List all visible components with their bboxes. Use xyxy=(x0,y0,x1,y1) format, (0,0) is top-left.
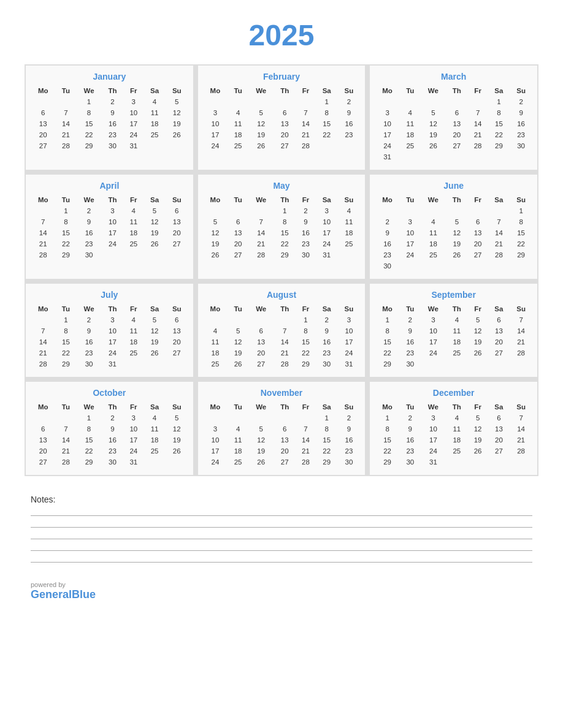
day-cell: 30 xyxy=(400,358,421,370)
day-cell: 28 xyxy=(56,457,77,468)
day-header: We xyxy=(248,194,274,205)
day-cell: 8 xyxy=(316,423,338,434)
day-cell: 20 xyxy=(228,238,248,249)
day-header: Fr xyxy=(296,303,316,314)
day-cell: 18 xyxy=(123,336,144,347)
day-cell xyxy=(144,249,166,260)
day-cell: 8 xyxy=(296,325,316,336)
day-cell: 6 xyxy=(488,412,510,423)
day-cell: 15 xyxy=(316,434,338,446)
table-row: MoTuWeThFrSaSu xyxy=(375,401,532,412)
day-cell: 15 xyxy=(510,227,532,238)
day-cell: 10 xyxy=(102,216,124,227)
day-cell xyxy=(488,205,510,216)
table-row: 3456789 xyxy=(203,107,361,118)
day-cell: 10 xyxy=(375,118,400,129)
day-cell: 13 xyxy=(31,118,56,129)
day-header: Mo xyxy=(375,85,400,96)
day-cell: 25 xyxy=(144,129,166,140)
day-cell: 18 xyxy=(446,434,468,446)
day-header: Su xyxy=(166,303,188,314)
day-header: Fr xyxy=(468,303,488,314)
day-cell: 11 xyxy=(144,423,166,434)
day-cell: 1 xyxy=(510,205,532,216)
day-cell: 6 xyxy=(488,314,510,325)
month-title-july: July xyxy=(31,290,188,300)
day-cell: 9 xyxy=(296,216,316,227)
day-cell: 4 xyxy=(446,314,468,325)
day-cell: 17 xyxy=(400,238,421,249)
day-header: Tu xyxy=(228,303,248,314)
month-table-june: MoTuWeThFrSaSu12345678910111213141516171… xyxy=(375,194,532,271)
month-block-april: AprilMoTuWeThFrSaSu123456789101112131415… xyxy=(26,175,193,279)
day-cell: 13 xyxy=(166,216,188,227)
day-cell: 19 xyxy=(144,336,166,347)
day-cell xyxy=(203,96,228,107)
day-cell: 11 xyxy=(123,216,144,227)
month-block-may: MayMoTuWeThFrSaSu12345678910111213141516… xyxy=(198,175,366,279)
day-cell: 30 xyxy=(400,457,421,468)
day-cell: 2 xyxy=(76,314,101,325)
day-cell: 23 xyxy=(76,238,101,249)
table-row: MoTuWeThFrSaSu xyxy=(31,303,188,314)
day-header: Fr xyxy=(123,194,144,205)
day-header: We xyxy=(248,85,274,96)
day-cell: 5 xyxy=(248,107,274,118)
day-cell: 29 xyxy=(274,249,296,260)
day-cell: 1 xyxy=(76,412,101,423)
month-block-august: AugustMoTuWeThFrSaSu12345678910111213141… xyxy=(198,284,366,377)
table-row: 12131415161718 xyxy=(203,227,361,238)
day-cell: 8 xyxy=(76,423,101,434)
day-cell xyxy=(488,358,510,370)
day-cell xyxy=(248,205,274,216)
day-cell: 1 xyxy=(274,205,296,216)
day-cell: 2 xyxy=(76,205,101,216)
footer-powered: powered by xyxy=(31,581,532,588)
day-header: Tu xyxy=(400,85,421,96)
month-table-april: MoTuWeThFrSaSu12345678910111213141516171… xyxy=(31,194,188,260)
table-row: 2930 xyxy=(375,358,532,370)
day-cell: 22 xyxy=(56,238,77,249)
day-cell: 2 xyxy=(316,314,338,325)
day-cell xyxy=(31,205,56,216)
day-cell: 22 xyxy=(274,238,296,249)
day-cell: 22 xyxy=(296,347,316,358)
day-header: Mo xyxy=(31,194,56,205)
day-header: Th xyxy=(446,194,468,205)
day-header: Th xyxy=(102,303,124,314)
day-header: Mo xyxy=(375,401,400,412)
day-cell: 28 xyxy=(56,140,77,151)
day-cell: 20 xyxy=(31,129,56,140)
day-cell: 26 xyxy=(166,446,188,457)
day-cell: 30 xyxy=(76,249,101,260)
day-cell: 30 xyxy=(375,260,400,271)
day-cell: 23 xyxy=(338,129,361,140)
day-cell xyxy=(203,205,228,216)
day-cell: 14 xyxy=(274,336,296,347)
day-cell: 29 xyxy=(56,249,77,260)
table-row: 567891011 xyxy=(203,216,361,227)
day-cell: 9 xyxy=(102,107,124,118)
day-cell: 27 xyxy=(468,249,488,260)
day-cell: 7 xyxy=(248,216,274,227)
day-cell: 20 xyxy=(166,227,188,238)
day-header: Th xyxy=(102,401,124,412)
day-cell: 23 xyxy=(510,129,532,140)
month-block-june: JuneMoTuWeThFrSaSu1234567891011121314151… xyxy=(370,175,537,279)
day-cell: 19 xyxy=(166,118,188,129)
table-row: 21222324252627 xyxy=(31,347,188,358)
day-cell: 19 xyxy=(248,129,274,140)
table-row: MoTuWeThFrSaSu xyxy=(31,85,188,96)
day-header: Th xyxy=(274,303,296,314)
day-cell: 11 xyxy=(203,336,228,347)
table-row: 17181920212223 xyxy=(375,129,532,140)
day-cell: 10 xyxy=(123,107,144,118)
notes-line-5 xyxy=(31,562,532,563)
day-cell: 5 xyxy=(468,412,488,423)
day-cell xyxy=(102,249,124,260)
table-row: 14151617181920 xyxy=(31,336,188,347)
day-header: Mo xyxy=(203,401,228,412)
day-cell xyxy=(400,151,421,162)
day-header: Sa xyxy=(488,194,510,205)
day-cell xyxy=(488,151,510,162)
